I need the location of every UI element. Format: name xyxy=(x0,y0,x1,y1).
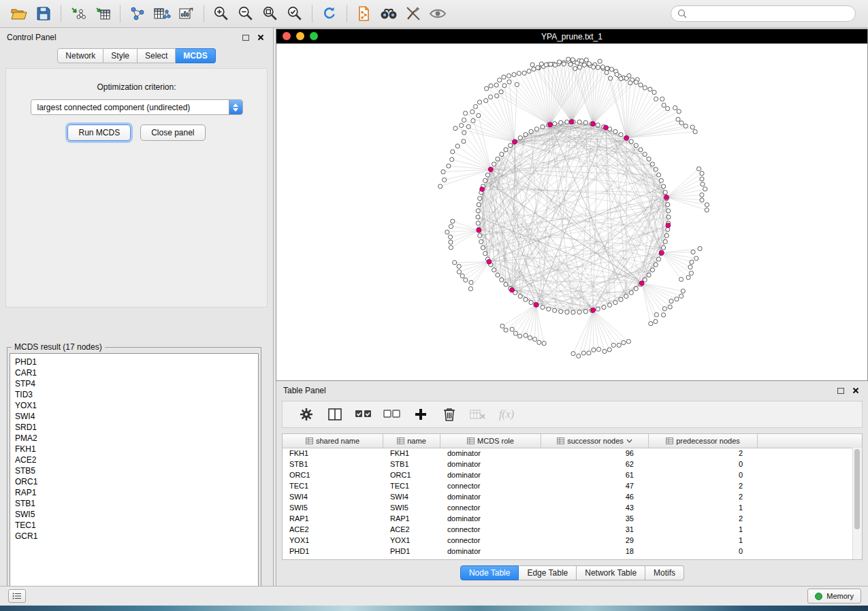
share-document-icon[interactable] xyxy=(352,3,376,24)
result-node[interactable]: ORC1 xyxy=(15,476,258,487)
result-node[interactable]: TEC1 xyxy=(15,520,258,531)
close-table-panel-icon[interactable] xyxy=(850,386,861,395)
search-input[interactable] xyxy=(691,8,849,19)
application-window: { "toolbar": { "groups": [ {"icons": ["o… xyxy=(0,0,868,611)
result-node[interactable]: SRD1 xyxy=(15,422,258,433)
column-header-shared-name[interactable]: shared name xyxy=(283,434,383,448)
hide-details-icon[interactable] xyxy=(401,3,425,24)
settings-gear-icon[interactable] xyxy=(293,403,319,425)
minimize-window-icon[interactable] xyxy=(296,32,304,40)
tab-network-table[interactable]: Network Table xyxy=(577,565,645,580)
cell-MCDS-role: connector xyxy=(440,536,541,544)
table-row[interactable]: YOX1YOX1connector291 xyxy=(283,535,853,546)
table-row[interactable]: FKH1FKH1dominator962 xyxy=(283,448,853,459)
select-all-icon[interactable] xyxy=(351,403,376,425)
mcds-result-list[interactable]: PHD1CAR1STP4TID3YOX1SWI4SRD1PMA2FKH1ACE2… xyxy=(10,353,259,587)
deselect-all-icon[interactable] xyxy=(379,403,405,425)
maximize-window-icon[interactable] xyxy=(310,32,318,40)
result-node[interactable]: ACE2 xyxy=(15,455,258,465)
cell-name: ORC1 xyxy=(383,471,440,479)
zoom-in-icon[interactable] xyxy=(209,3,234,24)
float-panel-icon[interactable] xyxy=(240,33,251,42)
eye-icon[interactable] xyxy=(425,3,450,24)
first-neighbors-icon[interactable] xyxy=(376,3,401,24)
table-scrollbar[interactable] xyxy=(852,448,862,559)
table-panel-title: Table Panel xyxy=(283,386,326,395)
import-table-icon[interactable] xyxy=(91,3,115,24)
column-layout-icon[interactable] xyxy=(322,403,348,425)
result-node[interactable]: STB5 xyxy=(15,465,258,476)
result-node[interactable]: PMA2 xyxy=(15,433,258,444)
result-node[interactable]: PHD1 xyxy=(15,357,258,367)
column-header-successor-nodes[interactable]: successor nodes xyxy=(541,434,649,448)
cell-successor-nodes: 47 xyxy=(541,482,649,490)
add-column-icon[interactable] xyxy=(408,403,434,425)
open-file-icon[interactable] xyxy=(7,3,31,24)
result-node[interactable]: STP4 xyxy=(15,378,258,389)
close-panel-button[interactable]: Close panel xyxy=(140,125,205,141)
export-chart-icon[interactable] xyxy=(174,3,199,24)
cell-successor-nodes: 29 xyxy=(541,536,649,544)
mcds-result-title: MCDS result (17 nodes) xyxy=(12,342,105,352)
run-mcds-button[interactable]: Run MCDS xyxy=(67,125,131,141)
result-node[interactable]: RAP1 xyxy=(15,487,258,498)
column-header-MCDS-role[interactable]: MCDS role xyxy=(440,434,541,448)
cell-MCDS-role: connector xyxy=(440,525,541,533)
result-node[interactable]: CAR1 xyxy=(15,367,258,378)
result-node[interactable]: STB1 xyxy=(15,498,258,509)
memory-button[interactable]: Memory xyxy=(807,589,861,604)
search-box[interactable] xyxy=(671,5,856,22)
scrollbar-thumb[interactable] xyxy=(854,449,860,529)
optimization-criterion-dropdown[interactable]: largest connected component (undirected) xyxy=(31,99,243,115)
zoom-out-icon[interactable] xyxy=(234,3,258,24)
task-history-icon[interactable] xyxy=(8,589,26,603)
zoom-fit-icon[interactable] xyxy=(258,3,283,24)
save-icon[interactable] xyxy=(31,3,56,24)
table-row[interactable]: RAP1RAP1dominator352 xyxy=(283,513,853,524)
result-node[interactable]: GCR1 xyxy=(15,531,258,542)
table-row[interactable]: TEC1TEC1connector472 xyxy=(283,480,853,491)
network-table-icon[interactable] xyxy=(150,3,174,24)
tab-select[interactable]: Select xyxy=(138,48,176,63)
function-builder-icon: f(x) xyxy=(494,403,519,425)
delete-column-icon[interactable] xyxy=(436,403,462,425)
network-graph[interactable] xyxy=(276,44,867,380)
cell-successor-nodes: 62 xyxy=(541,460,649,468)
zoom-selected-icon[interactable] xyxy=(283,3,307,24)
table-row[interactable]: PHD1PHD1dominator180 xyxy=(283,546,853,557)
refresh-layout-icon[interactable] xyxy=(317,3,342,24)
result-node[interactable]: YOX1 xyxy=(15,400,258,411)
tab-style[interactable]: Style xyxy=(103,48,138,63)
column-header-name[interactable]: name xyxy=(383,434,440,448)
result-node[interactable]: FKH1 xyxy=(15,444,258,455)
tab-node-table[interactable]: Node Table xyxy=(460,565,519,580)
table-row[interactable]: STB1STB1dominator620 xyxy=(283,459,853,469)
network-window-titlebar[interactable]: YPA_prune.txt_1 xyxy=(276,29,867,44)
column-header-predecessor-nodes[interactable]: predecessor nodes xyxy=(649,434,758,448)
result-node[interactable]: SWI5 xyxy=(15,509,258,520)
control-panel-title: Control Panel xyxy=(7,33,57,42)
cell-predecessor-nodes: 2 xyxy=(649,514,758,523)
table-row[interactable]: SWI4SWI4dominator462 xyxy=(283,491,853,502)
result-node[interactable]: SWI4 xyxy=(15,411,258,422)
table-row[interactable]: SWI5SWI5connector431 xyxy=(283,502,853,513)
table-toolbar: f(x) xyxy=(282,401,863,428)
result-node[interactable]: TID3 xyxy=(15,389,258,400)
status-bar: Memory xyxy=(0,586,868,606)
dropdown-selected-value: largest connected component (undirected) xyxy=(31,103,229,112)
tab-motifs[interactable]: Motifs xyxy=(645,565,684,580)
table-row[interactable]: ACE2ACE2connector311 xyxy=(283,524,853,535)
tab-mcds[interactable]: MCDS xyxy=(176,48,215,63)
import-network-icon[interactable] xyxy=(66,3,91,24)
close-window-icon[interactable] xyxy=(283,32,291,40)
network-canvas[interactable] xyxy=(276,44,867,380)
table-row[interactable]: ORC1ORC1dominator610 xyxy=(283,469,853,480)
desktop-wallpaper-strip xyxy=(0,606,868,611)
new-network-icon[interactable] xyxy=(125,3,150,24)
tab-edge-table[interactable]: Edge Table xyxy=(519,565,577,580)
tab-network[interactable]: Network xyxy=(57,48,103,63)
float-table-panel-icon[interactable] xyxy=(835,386,846,395)
cell-shared-name: TEC1 xyxy=(283,482,383,490)
cell-successor-nodes: 35 xyxy=(541,514,649,523)
close-panel-icon[interactable] xyxy=(255,33,266,42)
